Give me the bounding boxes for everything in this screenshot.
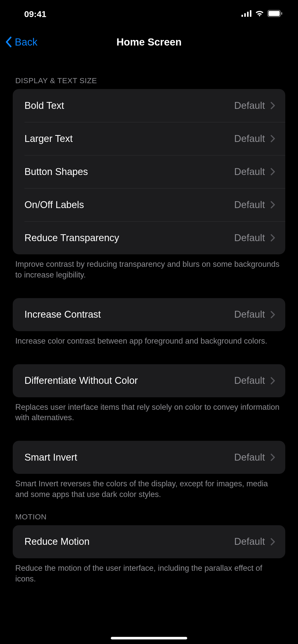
back-label: Back <box>15 36 37 48</box>
svg-rect-0 <box>241 15 243 17</box>
row-reduce-transparency[interactable]: Reduce Transparency Default <box>13 221 285 254</box>
section-header-display: DISPLAY & TEXT SIZE <box>0 69 298 89</box>
chevron-right-icon <box>270 311 275 318</box>
chevron-right-icon <box>270 135 275 142</box>
cellular-icon <box>241 10 252 18</box>
row-label: On/Off Labels <box>24 199 84 210</box>
row-reduce-motion[interactable]: Reduce Motion Default <box>13 525 285 558</box>
content: DISPLAY & TEXT SIZE Bold Text Default La… <box>0 56 298 584</box>
chevron-right-icon <box>270 102 275 109</box>
svg-rect-6 <box>281 12 282 15</box>
row-button-shapes[interactable]: Button Shapes Default <box>13 155 285 188</box>
chevron-left-icon <box>5 36 13 48</box>
status-icons <box>241 10 283 18</box>
row-increase-contrast[interactable]: Increase Contrast Default <box>13 298 285 331</box>
chevron-right-icon <box>270 453 275 461</box>
chevron-right-icon <box>270 377 275 385</box>
row-smart-invert[interactable]: Smart Invert Default <box>13 441 285 474</box>
chevron-right-icon <box>270 201 275 209</box>
row-bold-text[interactable]: Bold Text Default <box>13 89 285 122</box>
row-label: Button Shapes <box>24 166 88 177</box>
row-onoff-labels[interactable]: On/Off Labels Default <box>13 188 285 221</box>
row-label: Reduce Motion <box>24 536 90 547</box>
row-value: Default <box>234 232 265 243</box>
svg-rect-1 <box>244 13 246 17</box>
row-value: Default <box>234 309 265 320</box>
page-title: Home Screen <box>116 36 182 48</box>
row-value: Default <box>234 133 265 144</box>
row-value: Default <box>234 375 265 386</box>
settings-group: Reduce Motion Default <box>13 525 285 558</box>
back-button[interactable]: Back <box>5 36 37 48</box>
settings-group: Bold Text Default Larger Text Default Bu… <box>13 89 285 254</box>
settings-group: Increase Contrast Default <box>13 298 285 331</box>
chevron-right-icon <box>270 168 275 175</box>
group-footer: Increase color contrast between app fore… <box>0 331 298 346</box>
row-differentiate-without-color[interactable]: Differentiate Without Color Default <box>13 364 285 397</box>
settings-group: Smart Invert Default <box>13 441 285 474</box>
row-value: Default <box>234 536 265 547</box>
status-time: 09:41 <box>24 9 46 19</box>
status-bar: 09:41 <box>0 0 298 28</box>
nav-bar: Back Home Screen <box>0 28 298 56</box>
row-value: Default <box>234 166 265 177</box>
group-footer: Replaces user interface items that rely … <box>0 397 298 423</box>
group-footer: Improve contrast by reducing transparenc… <box>0 254 298 280</box>
row-larger-text[interactable]: Larger Text Default <box>13 122 285 155</box>
row-label: Increase Contrast <box>24 309 101 320</box>
chevron-right-icon <box>270 234 275 242</box>
svg-rect-3 <box>250 10 251 17</box>
battery-icon <box>267 10 283 18</box>
row-label: Smart Invert <box>24 452 77 463</box>
wifi-icon <box>255 10 264 18</box>
home-indicator[interactable] <box>111 637 187 639</box>
svg-rect-2 <box>247 12 249 17</box>
group-footer: Smart Invert reverses the colors of the … <box>0 474 298 500</box>
settings-group: Differentiate Without Color Default <box>13 364 285 397</box>
row-label: Larger Text <box>24 133 73 144</box>
row-value: Default <box>234 199 265 210</box>
group-footer: Reduce the motion of the user interface,… <box>0 558 298 584</box>
chevron-right-icon <box>270 538 275 546</box>
row-value: Default <box>234 100 265 111</box>
row-label: Bold Text <box>24 100 64 111</box>
section-header-motion: MOTION <box>0 500 298 525</box>
row-label: Differentiate Without Color <box>24 375 138 386</box>
row-label: Reduce Transparency <box>24 232 119 243</box>
svg-rect-5 <box>268 11 280 16</box>
row-value: Default <box>234 452 265 463</box>
